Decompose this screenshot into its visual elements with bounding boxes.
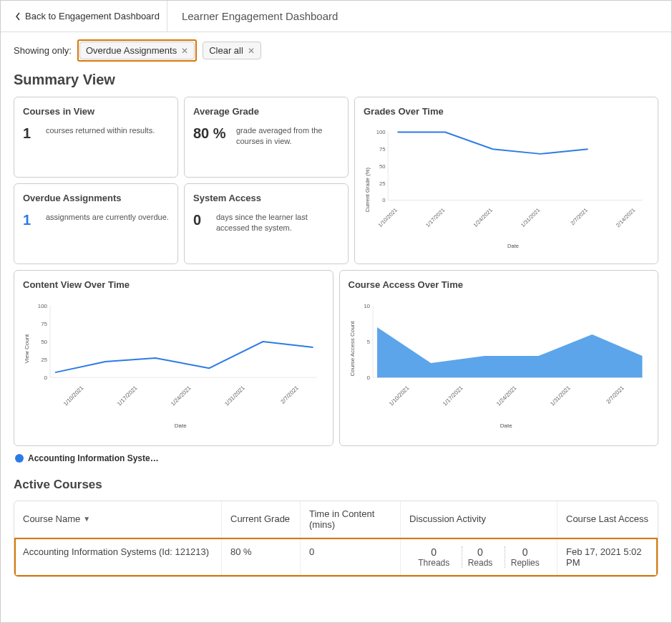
svg-text:Date: Date bbox=[175, 422, 187, 429]
svg-text:100: 100 bbox=[376, 129, 386, 135]
active-courses-table: Course Name ▼ Current Grade Time in Cont… bbox=[14, 501, 658, 577]
svg-text:1/17/2021: 1/17/2021 bbox=[442, 384, 464, 407]
svg-text:25: 25 bbox=[379, 180, 385, 187]
card-overdue-assignments: Overdue Assignments 1 assignments are cu… bbox=[14, 183, 178, 264]
svg-text:1/31/2021: 1/31/2021 bbox=[223, 384, 246, 407]
card-course-access-over-time: Course Access Over Time Course Access Co… bbox=[339, 270, 659, 446]
card-title: Overdue Assignments bbox=[23, 193, 169, 203]
td-last-access: Feb 17, 2021 5:02 PM bbox=[557, 538, 658, 576]
svg-text:1/17/2021: 1/17/2021 bbox=[116, 384, 139, 407]
svg-text:5: 5 bbox=[366, 339, 370, 345]
card-title: System Access bbox=[193, 193, 339, 203]
active-courses-title: Active Courses bbox=[1, 470, 671, 501]
svg-text:50: 50 bbox=[379, 163, 385, 170]
chart-title: Grades Over Time bbox=[364, 106, 649, 117]
metric-desc: grade averaged from the courses in view. bbox=[236, 125, 339, 148]
th-discussion-activity[interactable]: Discussion Activity bbox=[401, 501, 557, 538]
svg-text:Current Grade (%): Current Grade (%) bbox=[364, 168, 371, 213]
clear-all-chip[interactable]: Clear all ✕ bbox=[203, 42, 261, 59]
svg-text:View Count: View Count bbox=[24, 333, 30, 363]
svg-text:1/17/2021: 1/17/2021 bbox=[424, 207, 446, 228]
metric-value: 80 % bbox=[193, 125, 229, 142]
sort-desc-icon: ▼ bbox=[83, 515, 90, 523]
summary-view-title: Summary View bbox=[1, 69, 671, 97]
th-current-grade[interactable]: Current Grade bbox=[222, 501, 301, 538]
card-system-access: System Access 0 days since the learner l… bbox=[184, 183, 349, 264]
th-time-in-content[interactable]: Time in Content (mins) bbox=[301, 501, 401, 538]
td-time: 0 bbox=[301, 538, 401, 576]
metric-value: 0 bbox=[193, 212, 209, 228]
svg-text:2/7/2021: 2/7/2021 bbox=[279, 384, 300, 405]
svg-text:50: 50 bbox=[41, 339, 47, 345]
threads-label: Threads bbox=[418, 558, 449, 568]
svg-text:1/24/2021: 1/24/2021 bbox=[472, 207, 494, 228]
back-label: Back to Engagement Dashboard bbox=[25, 11, 160, 21]
svg-text:10: 10 bbox=[364, 303, 370, 309]
clear-all-label: Clear all bbox=[209, 45, 243, 56]
close-icon[interactable]: ✕ bbox=[181, 46, 188, 56]
svg-text:1/31/2021: 1/31/2021 bbox=[520, 207, 541, 228]
metric-desc: assignments are currently overdue. bbox=[46, 212, 169, 223]
page-title: Learner Engagement Dashboard bbox=[167, 10, 338, 22]
svg-text:2/7/2021: 2/7/2021 bbox=[570, 207, 589, 226]
card-courses-in-view: Courses in View 1 courses returned withi… bbox=[14, 97, 178, 178]
svg-text:1/24/2021: 1/24/2021 bbox=[170, 384, 193, 407]
replies-value: 0 bbox=[511, 546, 540, 558]
filter-chip-overdue[interactable]: Overdue Assignments ✕ bbox=[79, 42, 195, 59]
metric-value: 1 bbox=[23, 125, 39, 142]
back-to-dashboard-link[interactable]: Back to Engagement Dashboard bbox=[8, 1, 167, 32]
metric-desc: days since the learner last accessed the… bbox=[216, 212, 339, 234]
card-content-view-over-time: Content View Over Time View Count 100 75… bbox=[14, 270, 333, 446]
course-access-chart: Course Access Count 10 5 0 1/10/2021 1/1… bbox=[349, 299, 650, 435]
svg-text:Course Access Count: Course Access Count bbox=[349, 320, 356, 376]
svg-text:25: 25 bbox=[41, 357, 47, 363]
filter-chip-label: Overdue Assignments bbox=[86, 45, 177, 56]
metric-desc: courses returned within results. bbox=[46, 125, 155, 136]
svg-text:100: 100 bbox=[38, 303, 48, 309]
svg-text:1/24/2021: 1/24/2021 bbox=[495, 384, 518, 407]
legend-label: Accounting Information Syste… bbox=[28, 453, 159, 463]
card-grades-over-time: Grades Over Time Current Grade (%) 100 7… bbox=[354, 97, 658, 264]
svg-text:1/10/2021: 1/10/2021 bbox=[377, 207, 399, 228]
reads-value: 0 bbox=[468, 546, 493, 558]
svg-text:0: 0 bbox=[44, 375, 48, 381]
metric-value[interactable]: 1 bbox=[23, 212, 39, 228]
td-course-name: Accounting Information Systems (Id: 1212… bbox=[14, 538, 222, 576]
threads-value: 0 bbox=[418, 546, 449, 558]
close-icon[interactable]: ✕ bbox=[248, 46, 255, 56]
svg-text:2/14/2021: 2/14/2021 bbox=[615, 207, 636, 228]
td-discussion: 0 Threads 0 Reads 0 Replies bbox=[401, 538, 557, 576]
svg-text:1/10/2021: 1/10/2021 bbox=[62, 384, 85, 407]
chart-legend: Accounting Information Syste… bbox=[1, 446, 671, 470]
legend-dot-icon bbox=[15, 454, 24, 463]
td-grade: 80 % bbox=[222, 538, 301, 576]
card-average-grade: Average Grade 80 % grade averaged from t… bbox=[184, 97, 349, 178]
th-course-last-access[interactable]: Course Last Access bbox=[557, 501, 658, 538]
content-view-chart: View Count 100 75 50 25 0 1/10/2021 1/17… bbox=[23, 299, 324, 435]
table-row[interactable]: Accounting Information Systems (Id: 1212… bbox=[14, 538, 658, 576]
svg-text:2/7/2021: 2/7/2021 bbox=[605, 384, 625, 405]
reads-label: Reads bbox=[468, 558, 493, 568]
card-title: Average Grade bbox=[193, 106, 339, 117]
svg-text:0: 0 bbox=[366, 375, 370, 381]
chart-title: Content View Over Time bbox=[23, 279, 324, 290]
svg-text:1/31/2021: 1/31/2021 bbox=[549, 384, 572, 407]
svg-text:75: 75 bbox=[379, 146, 385, 153]
svg-text:Date: Date bbox=[500, 422, 512, 429]
svg-text:75: 75 bbox=[41, 321, 47, 327]
chevron-left-icon bbox=[15, 12, 21, 21]
replies-label: Replies bbox=[511, 558, 540, 568]
filter-prefix: Showing only: bbox=[14, 45, 72, 56]
grades-over-time-chart: Current Grade (%) 100 75 50 25 0 1/10/20… bbox=[364, 125, 649, 255]
svg-text:1/10/2021: 1/10/2021 bbox=[387, 384, 410, 407]
card-title: Courses in View bbox=[23, 106, 169, 117]
svg-text:Date: Date bbox=[507, 243, 519, 249]
svg-text:0: 0 bbox=[382, 197, 385, 203]
chart-title: Course Access Over Time bbox=[349, 279, 650, 290]
th-course-name[interactable]: Course Name ▼ bbox=[14, 501, 222, 538]
